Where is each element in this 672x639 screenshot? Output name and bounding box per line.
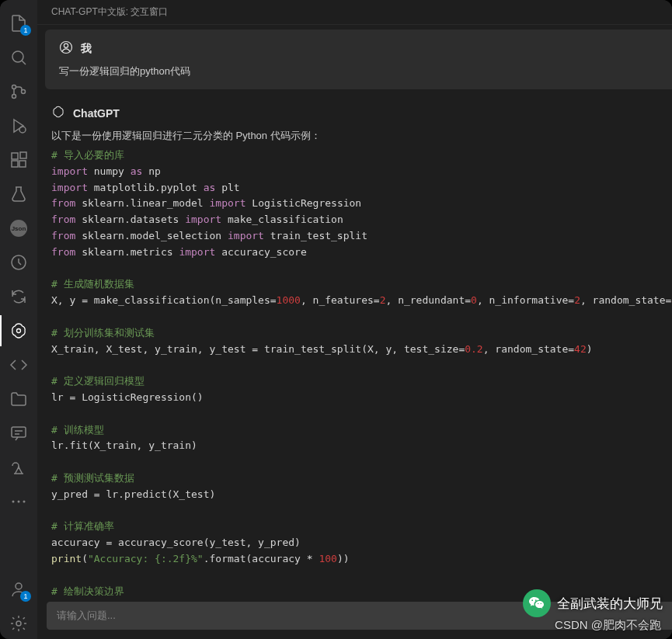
watermark: 全副武装的大师兄 (523, 589, 663, 617)
code-block: # 导入必要的库 import numpy as np import matpl… (51, 148, 672, 596)
settings-icon[interactable] (0, 608, 37, 639)
extensions-icon[interactable] (0, 144, 37, 175)
accounts-badge: 1 (20, 591, 31, 602)
svg-point-13 (18, 501, 20, 503)
more-icon[interactable] (0, 486, 37, 517)
json-icon[interactable]: Json (0, 213, 37, 244)
user-text: 写一份逻辑回归的python代码 (59, 64, 672, 78)
folder-icon[interactable] (0, 384, 37, 415)
explorer-icon[interactable]: 1 (0, 8, 37, 39)
user-avatar-icon (59, 40, 73, 57)
svg-rect-11 (12, 427, 26, 437)
accounts-icon[interactable]: 1 (0, 574, 37, 605)
svg-point-4 (19, 127, 26, 133)
explorer-badge: 1 (20, 25, 31, 36)
bot-message: ChatGPT 以下是一份使用逻辑回归进行二元分类的 Python 代码示例： … (37, 94, 672, 596)
svg-rect-6 (12, 161, 18, 167)
svg-point-14 (23, 501, 26, 503)
search-icon[interactable] (0, 42, 37, 73)
timeline-icon[interactable] (0, 247, 37, 278)
bot-intro: 以下是一份使用逻辑回归进行二元分类的 Python 代码示例： (51, 129, 672, 143)
source-control-icon[interactable] (0, 76, 37, 107)
svg-rect-5 (12, 153, 18, 159)
svg-rect-8 (20, 152, 26, 158)
user-message: 我 写一份逻辑回归的python代码 (45, 30, 672, 89)
bot-avatar-icon (51, 105, 65, 121)
svg-point-16 (16, 621, 21, 626)
svg-point-0 (12, 51, 23, 62)
svg-point-15 (16, 583, 22, 589)
svg-rect-7 (19, 161, 26, 167)
main-panel: CHAT-GPT中文版: 交互窗口 我 写一份逻辑回归的python代码 Cha… (37, 0, 672, 639)
panel-title: CHAT-GPT中文版: 交互窗口 (51, 5, 168, 19)
svg-point-2 (12, 95, 16, 99)
chatgpt-icon[interactable] (0, 315, 37, 346)
svg-point-3 (22, 90, 26, 94)
watermark-csdn: CSDN @肥肉不会跑 (555, 618, 661, 633)
svg-point-1 (12, 85, 16, 89)
svg-point-12 (12, 501, 15, 503)
code-icon[interactable] (0, 349, 37, 380)
chat-body[interactable]: 我 写一份逻辑回归的python代码 ChatGPT 以下是一份使用逻辑回归进行… (37, 25, 672, 596)
watermark-text: 全副武装的大师兄 (557, 595, 663, 613)
user-name: 我 (81, 42, 92, 56)
title-bar: CHAT-GPT中文版: 交互窗口 (37, 0, 672, 25)
svg-point-18 (64, 43, 68, 47)
bot-name: ChatGPT (73, 107, 120, 120)
sync-icon[interactable] (0, 281, 37, 312)
svg-point-10 (17, 329, 21, 333)
comment-icon[interactable] (0, 418, 37, 449)
activity-bar: 1 Json (0, 0, 37, 639)
genie-icon[interactable] (0, 452, 37, 483)
wechat-icon (523, 589, 551, 617)
test-icon[interactable] (0, 179, 37, 210)
debug-icon[interactable] (0, 110, 37, 141)
